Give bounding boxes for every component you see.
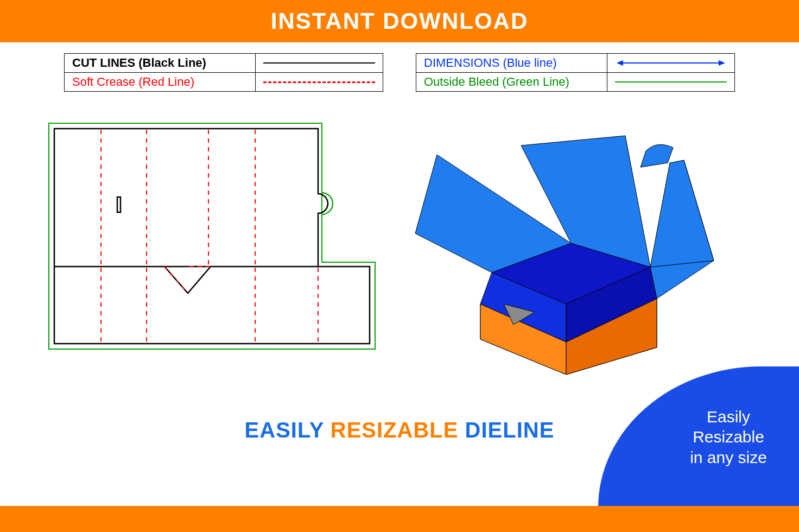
legend-crease-label: Soft Crease (Red Line) xyxy=(65,73,256,92)
legend-dim-label: DIMENSIONS (Blue line) xyxy=(416,54,607,73)
dieline-svg xyxy=(48,122,376,350)
svg-marker-25 xyxy=(650,160,714,267)
badge-line-3: in any size xyxy=(690,447,767,468)
legend-bleed-sample xyxy=(607,73,735,92)
svg-rect-4 xyxy=(117,197,121,212)
legend-cut-sample xyxy=(256,54,383,73)
box-3d xyxy=(413,125,716,375)
arrow-blue-icon xyxy=(615,59,727,67)
svg-marker-2 xyxy=(719,60,725,66)
corner-badge: Easily Resizable in any size xyxy=(598,366,799,508)
dieline-flat xyxy=(48,122,376,350)
legend-right: DIMENSIONS (Blue line) Outside Bleed (Gr… xyxy=(416,53,735,92)
badge-line-2: Resizable xyxy=(693,427,764,447)
tagline-word-3: DIELINE xyxy=(465,418,555,442)
legend-crease-sample xyxy=(256,73,383,92)
svg-marker-1 xyxy=(617,60,623,66)
bottom-bar xyxy=(0,506,799,532)
top-banner-text: INSTANT DOWNLOAD xyxy=(271,8,529,34)
box-3d-svg xyxy=(413,125,716,375)
tagline-word-1: EASILY xyxy=(245,418,324,442)
tagline-word-2: RESIZABLE xyxy=(331,418,459,442)
legend-left: CUT LINES (Black Line) Soft Crease (Red … xyxy=(64,53,383,92)
legend-bleed-label: Outside Bleed (Green Line) xyxy=(416,73,607,92)
legend-row: CUT LINES (Black Line) Soft Crease (Red … xyxy=(64,53,735,92)
top-banner: INSTANT DOWNLOAD xyxy=(0,0,799,42)
legend-dim-sample xyxy=(607,54,735,73)
legend-cut-label: CUT LINES (Black Line) xyxy=(65,54,256,73)
badge-line-1: Easily xyxy=(707,407,750,427)
